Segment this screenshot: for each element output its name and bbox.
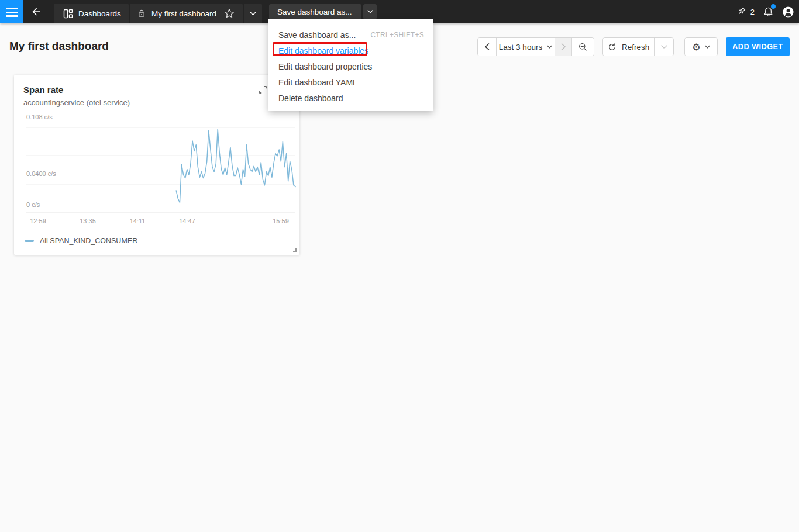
tab-list-dropdown[interactable] [244,4,262,23]
pinned-items-button[interactable]: 2 [736,6,755,17]
lock-icon [137,9,146,18]
timeframe-label: Last 3 hours [499,43,542,51]
refresh-button[interactable]: Refresh [603,38,654,56]
chevron-down-icon [661,45,667,49]
y-axis-tick: 0.108 c/s [26,113,53,120]
hamburger-menu-button[interactable] [0,0,23,23]
menu-item-label: Edit dashboard YAML [278,78,357,87]
page-title: My first dashboard [9,40,109,53]
chevron-down-icon [250,12,256,16]
notifications-button[interactable] [763,6,774,18]
chevron-down-icon [547,45,552,49]
save-dashboard-as-dropdown-button[interactable] [363,4,377,19]
user-avatar-icon [782,6,794,18]
menu-item-delete-dashboard[interactable]: Delete dashboard [268,90,433,106]
x-axis-tick: 13:35 [80,217,96,224]
add-widget-button[interactable]: ADD WIDGET [726,37,790,56]
pin-count: 2 [750,8,755,16]
dashboard-settings-controls: ⚙ [684,37,718,56]
menu-item-label: Save dashboard as... [278,30,356,40]
star-icon [224,8,235,19]
timeframe-controls: Last 3 hours [477,37,594,56]
menu-item-label: Edit dashboard properties [278,62,372,71]
settings-button[interactable]: ⚙ [685,38,717,56]
chevron-left-icon [484,43,490,50]
menu-item-label: Delete dashboard [278,94,343,103]
series-line [176,129,295,203]
favorite-star-button[interactable] [224,8,235,19]
keyboard-shortcut: CTRL+SHIFT+S [370,31,424,39]
y-axis-tick: 0.0400 c/s [26,170,56,177]
y-axis-tick: 0 c/s [26,201,40,208]
save-dashboard-dropdown-menu: Save dashboard as... CTRL+SHIFT+S Edit d… [268,19,433,111]
pin-icon [736,6,746,17]
gear-icon: ⚙ [692,42,700,53]
legend-swatch [25,240,34,242]
user-avatar-button[interactable] [782,6,794,18]
topbar-right-actions: 2 [736,0,794,23]
tab-my-first-dashboard[interactable]: My first dashboard [130,4,243,23]
refresh-label: Refresh [622,43,649,51]
line-chart [26,127,295,213]
menu-item-edit-dashboard-yaml[interactable]: Edit dashboard YAML [268,74,433,90]
refresh-options-button[interactable] [654,38,673,56]
x-axis: 12:59 13:35 14:11 14:47 15:59 [26,217,295,226]
menu-item-save-dashboard-as[interactable]: Save dashboard as... CTRL+SHIFT+S [268,27,433,43]
legend-label: All SPAN_KIND_CONSUMER [40,237,137,245]
menu-item-edit-dashboard-variables[interactable]: Edit dashboard variables [268,43,433,58]
tab-my-first-dashboard-label: My first dashboard [151,9,216,18]
x-axis-tick: 14:47 [179,217,195,224]
chevron-down-icon [367,10,373,13]
chevron-down-icon [705,45,710,49]
widget-subtitle-link[interactable]: accountingservice (otel service) [23,98,130,107]
x-axis-tick: 12:59 [30,217,46,224]
legend-item[interactable]: All SPAN_KIND_CONSUMER [25,237,137,245]
tab-dashboards-label: Dashboards [78,9,121,18]
back-button[interactable] [30,2,48,21]
hamburger-icon [6,8,18,17]
save-dashboard-as-button[interactable]: Save dashboard as... [269,4,361,19]
x-axis-tick: 14:11 [130,217,146,224]
timeframe-selector[interactable]: Last 3 hours [496,38,555,56]
menu-item-edit-dashboard-properties[interactable]: Edit dashboard properties [268,58,433,74]
x-axis-tick: 15:59 [273,217,289,224]
timeframe-forward-button[interactable] [555,38,571,56]
back-arrow-icon [30,6,48,18]
widget-title: Span rate [23,85,63,95]
dashboards-grid-icon [63,9,73,19]
span-rate-widget: Span rate accountingservice (otel servic… [14,75,299,255]
menu-item-label: Edit dashboard variables [278,46,368,56]
widget-resize-handle[interactable] [293,248,297,252]
zoom-out-icon [578,43,587,51]
chevron-right-icon [561,43,566,50]
notification-dot [771,4,776,9]
timeframe-back-button[interactable] [478,38,496,56]
refresh-icon [608,43,617,51]
refresh-controls: Refresh [602,37,674,56]
timeframe-zoom-out-button[interactable] [571,38,594,56]
tab-dashboards[interactable]: Dashboards [54,4,129,23]
